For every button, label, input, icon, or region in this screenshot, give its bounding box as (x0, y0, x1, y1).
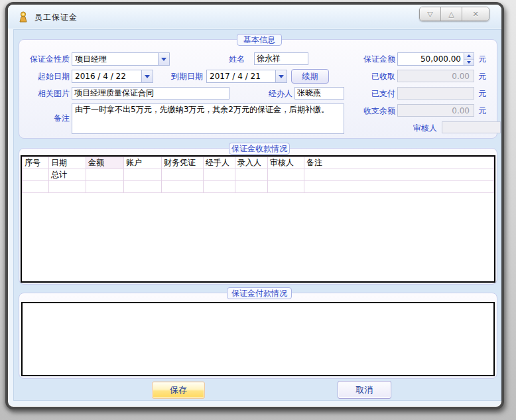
minimize-button[interactable]: ▽ (420, 7, 441, 21)
receipts-group-title: 保证金收款情况 (229, 143, 290, 155)
window-title: 员工保证金 (34, 12, 78, 23)
name-label: 姓名 (213, 53, 245, 65)
start-date-picker[interactable]: 2016 / 4 / 22 (72, 70, 153, 83)
receipts-empty-row[interactable] (23, 181, 494, 193)
cell[interactable] (268, 169, 304, 181)
cell[interactable] (23, 181, 49, 193)
title-bar[interactable]: 员工保证金 ▽ △ ✕ (8, 5, 501, 29)
app-icon (17, 11, 29, 23)
deposit-nature-value: 项目经理 (72, 53, 158, 65)
save-button[interactable]: 保存 (152, 382, 205, 399)
currency-unit-received: 元 (478, 70, 491, 82)
col-header-remark[interactable]: 备注 (304, 157, 494, 169)
end-date-value: 2017 / 4 / 21 (207, 70, 275, 82)
balance-label: 收支余额 (346, 105, 395, 117)
spinner-up-button[interactable] (464, 53, 474, 60)
cell[interactable] (124, 169, 162, 181)
payments-table-container[interactable] (21, 302, 495, 376)
triangle-up-icon (467, 54, 471, 57)
cell-total-label[interactable]: 总计 (49, 169, 86, 181)
basic-info-group-title: 基本信息 (237, 34, 282, 46)
deposit-amount-label: 保证金额 (346, 53, 395, 65)
reviewer-field (442, 121, 501, 133)
col-header-seq[interactable]: 序号 (23, 157, 49, 169)
col-header-date[interactable]: 日期 (49, 157, 86, 169)
col-header-voucher[interactable]: 财务凭证 (162, 157, 204, 169)
app-window: 员工保证金 ▽ △ ✕ 基本信息 保证金性质 项目经理 姓名 保证金额 50,0… (5, 2, 504, 409)
chevron-down-icon (145, 75, 150, 78)
cell[interactable] (235, 181, 268, 193)
currency-unit-paid: 元 (478, 88, 491, 100)
close-button[interactable]: ✕ (462, 7, 489, 21)
renew-button[interactable]: 续期 (291, 69, 329, 84)
maximize-button[interactable]: △ (441, 7, 462, 21)
cell[interactable] (304, 181, 494, 193)
col-header-amount[interactable]: 金额 (86, 157, 124, 169)
cell[interactable] (304, 169, 494, 181)
end-date-picker[interactable]: 2017 / 4 / 21 (206, 70, 287, 83)
cell[interactable] (124, 181, 162, 193)
reviewer-label: 审核人 (405, 122, 437, 134)
receipts-header-row: 序号 日期 金额 账户 财务凭证 经手人 录入人 审核人 备注 (23, 157, 494, 169)
end-date-dropdown-button[interactable] (275, 70, 287, 82)
remark-label: 备注 (19, 112, 70, 124)
paid-label: 已支付 (346, 88, 395, 100)
name-field[interactable] (254, 52, 308, 65)
deposit-amount-value: 50,000.00 (398, 53, 464, 65)
related-image-field[interactable] (72, 87, 229, 100)
cell[interactable] (23, 169, 49, 181)
window-controls: ▽ △ ✕ (419, 7, 489, 21)
chevron-down-icon (279, 75, 284, 78)
payments-group-title: 保证金付款情况 (227, 287, 292, 299)
col-header-reviewer[interactable]: 审核人 (268, 157, 304, 169)
currency-unit-balance: 元 (478, 105, 491, 117)
start-date-value: 2016 / 4 / 22 (72, 70, 141, 82)
currency-unit-amount: 元 (478, 53, 491, 65)
end-date-label: 到期日期 (170, 70, 203, 82)
handler-field[interactable] (294, 87, 344, 100)
amount-spinner[interactable] (464, 53, 474, 65)
start-date-label: 起始日期 (19, 70, 70, 82)
cell[interactable] (49, 181, 86, 193)
balance-field (397, 104, 474, 117)
handler-label: 经办人 (261, 88, 292, 100)
cell[interactable] (268, 181, 304, 193)
cell[interactable] (162, 169, 204, 181)
remark-textarea[interactable]: 由于一时拿不出5万元，先缴纳3万元，其余2万元的保证金，后期补缴。 (72, 104, 344, 134)
col-header-entry-person[interactable]: 录入人 (235, 157, 268, 169)
paid-field (397, 87, 474, 100)
cell[interactable] (162, 181, 204, 193)
cell[interactable] (86, 169, 124, 181)
chevron-down-icon (161, 58, 166, 61)
spinner-down-button[interactable] (464, 60, 474, 66)
start-date-dropdown-button[interactable] (141, 70, 153, 82)
receipts-table-container[interactable]: 序号 日期 金额 账户 财务凭证 经手人 录入人 审核人 备注 总计 (21, 155, 495, 283)
deposit-amount-spinbox[interactable]: 50,000.00 (397, 52, 474, 66)
received-label: 已收取 (346, 70, 395, 82)
col-header-handler[interactable]: 经手人 (204, 157, 235, 169)
col-header-account[interactable]: 账户 (124, 157, 162, 169)
cell[interactable] (204, 181, 235, 193)
received-field (397, 70, 474, 82)
receipts-table: 序号 日期 金额 账户 财务凭证 经手人 录入人 审核人 备注 总计 (22, 157, 494, 193)
main-panel: 基本信息 保证金性质 项目经理 姓名 保证金额 50,000.00 元 起始日期… (13, 29, 501, 401)
deposit-nature-combobox[interactable]: 项目经理 (72, 52, 170, 66)
cancel-button[interactable]: 取消 (338, 381, 391, 399)
triangle-down-icon (467, 61, 471, 64)
receipts-total-row[interactable]: 总计 (23, 169, 494, 181)
related-image-label: 相关图片 (19, 88, 70, 100)
cell[interactable] (86, 181, 124, 193)
cell[interactable] (235, 169, 268, 181)
deposit-nature-label: 保证金性质 (19, 53, 70, 65)
cell[interactable] (204, 169, 235, 181)
deposit-nature-dropdown-button[interactable] (158, 53, 169, 65)
